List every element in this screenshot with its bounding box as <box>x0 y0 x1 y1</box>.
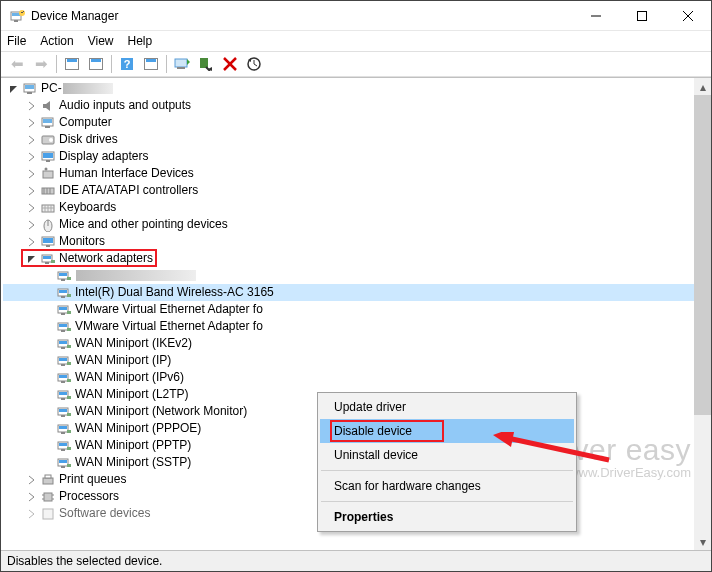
tree-category[interactable]: Display adapters <box>3 148 694 165</box>
svg-rect-45 <box>45 262 49 264</box>
svg-rect-60 <box>59 324 67 327</box>
svg-rect-18 <box>27 92 32 94</box>
scroll-down-button[interactable]: ▾ <box>694 533 711 550</box>
chevron-right-icon[interactable] <box>25 473 39 487</box>
tree-category[interactable]: IDE ATA/ATAPI controllers <box>3 182 694 199</box>
close-button[interactable] <box>665 1 711 31</box>
tree-category[interactable]: Keyboards <box>3 199 694 216</box>
context-menu-properties[interactable]: Properties <box>320 505 574 529</box>
network-icon <box>56 370 72 386</box>
network-icon <box>56 438 72 454</box>
chevron-right-icon[interactable] <box>25 133 39 147</box>
toolbar-update-driver-button[interactable] <box>170 53 194 75</box>
scrollbar-thumb[interactable] <box>694 95 711 415</box>
svg-rect-77 <box>61 398 65 400</box>
svg-point-28 <box>45 167 48 170</box>
chevron-right-icon[interactable] <box>25 490 39 504</box>
tree-category[interactable]: Audio inputs and outputs <box>3 97 694 114</box>
svg-rect-85 <box>61 432 65 434</box>
toolbar-properties-button[interactable] <box>84 53 108 75</box>
minimize-button[interactable] <box>573 1 619 31</box>
tree-category-network-adapters[interactable]: Network adapters <box>3 250 694 267</box>
context-menu-scan-hardware[interactable]: Scan for hardware changes <box>320 474 574 498</box>
tree-label: WAN Miniport (PPPOE) <box>75 420 201 437</box>
maximize-button[interactable] <box>619 1 665 31</box>
statusbar-text: Disables the selected device. <box>7 554 162 568</box>
chevron-right-icon[interactable] <box>25 167 39 181</box>
context-menu-label: Scan for hardware changes <box>334 479 481 493</box>
tree-label: Human Interface Devices <box>59 165 194 182</box>
svg-rect-68 <box>59 358 67 361</box>
context-menu-uninstall-device[interactable]: Uninstall device <box>320 443 574 467</box>
tree-label <box>75 267 196 284</box>
tree-device[interactable]: WAN Miniport (IKEv2) <box>3 335 694 352</box>
tree-category[interactable]: Monitors <box>3 233 694 250</box>
toolbar-forward-button[interactable]: ➡ <box>29 53 53 75</box>
tree-label: Processors <box>59 488 119 505</box>
chevron-down-icon[interactable] <box>7 82 21 96</box>
svg-rect-93 <box>61 466 65 468</box>
context-menu-label: Properties <box>334 510 393 524</box>
toolbar-help-button[interactable]: ? <box>115 53 139 75</box>
chevron-down-icon[interactable] <box>25 252 39 266</box>
svg-rect-76 <box>59 392 67 395</box>
tree-device[interactable]: VMware Virtual Ethernet Adapter fo <box>3 301 694 318</box>
svg-rect-84 <box>59 426 67 429</box>
tree-device[interactable]: WAN Miniport (IP) <box>3 352 694 369</box>
tree-category[interactable]: Human Interface Devices <box>3 165 694 182</box>
toolbar-enable-device-button[interactable] <box>194 53 218 75</box>
chevron-right-icon[interactable] <box>25 99 39 113</box>
svg-rect-2 <box>14 20 18 22</box>
svg-rect-69 <box>61 364 65 366</box>
chevron-right-icon[interactable] <box>25 116 39 130</box>
tree-device-selected[interactable]: Intel(R) Dual Band Wireless-AC 3165 <box>3 284 694 301</box>
svg-rect-102 <box>43 509 53 519</box>
computer-icon <box>22 81 38 97</box>
chevron-right-icon[interactable] <box>25 150 39 164</box>
network-icon <box>56 353 72 369</box>
chevron-right-icon[interactable] <box>25 201 39 215</box>
tree-device[interactable]: WAN Miniport (IPv6) <box>3 369 694 386</box>
scroll-up-button[interactable]: ▴ <box>694 78 711 95</box>
chevron-right-icon[interactable] <box>25 235 39 249</box>
toolbar-uninstall-device-button[interactable] <box>242 53 266 75</box>
menu-file[interactable]: File <box>7 34 26 48</box>
client-area: PC- Audio inputs and outputs Computer Di… <box>1 77 711 550</box>
redacted-text <box>63 83 113 94</box>
tree-label: Intel(R) Dual Band Wireless-AC 3165 <box>75 284 334 301</box>
tree-category[interactable]: Computer <box>3 114 694 131</box>
chevron-right-icon[interactable] <box>25 184 39 198</box>
toolbar-disable-device-button[interactable] <box>218 53 242 75</box>
tree-root[interactable]: PC- <box>3 80 694 97</box>
svg-rect-58 <box>67 311 71 314</box>
tree-device[interactable]: VMware Virtual Ethernet Adapter fo <box>3 318 694 335</box>
menu-view[interactable]: View <box>88 34 114 48</box>
menu-action[interactable]: Action <box>40 34 73 48</box>
svg-rect-46 <box>51 260 55 263</box>
tree-category[interactable]: Mice and other pointing devices <box>3 216 694 233</box>
context-menu-update-driver[interactable]: Update driver <box>320 395 574 419</box>
network-icon <box>56 336 72 352</box>
vertical-scrollbar[interactable]: ▴ ▾ <box>694 78 711 550</box>
tree-device[interactable] <box>3 267 694 284</box>
toolbar-properties2-button[interactable] <box>139 53 163 75</box>
software-icon <box>40 506 56 522</box>
network-icon <box>56 404 72 420</box>
tree-label: Mice and other pointing devices <box>59 216 228 233</box>
tree-category[interactable]: Disk drives <box>3 131 694 148</box>
scrollbar-track[interactable] <box>694 415 711 533</box>
chevron-right-icon[interactable] <box>25 507 39 521</box>
svg-rect-53 <box>61 296 65 298</box>
computer-icon <box>40 115 56 131</box>
chevron-right-icon[interactable] <box>25 218 39 232</box>
svg-rect-50 <box>67 277 71 280</box>
toolbar-show-hide-tree-button[interactable] <box>60 53 84 75</box>
network-icon <box>56 421 72 437</box>
tree-label: VMware Virtual Ethernet Adapter fo <box>75 301 263 318</box>
menu-help[interactable]: Help <box>128 34 153 48</box>
tree-root-label: PC- <box>41 80 113 97</box>
tree-label: WAN Miniport (IPv6) <box>75 369 184 386</box>
tree-label: Network adapters <box>59 250 153 267</box>
context-menu-disable-device[interactable]: Disable device <box>320 419 574 443</box>
toolbar-back-button[interactable]: ⬅ <box>5 53 29 75</box>
